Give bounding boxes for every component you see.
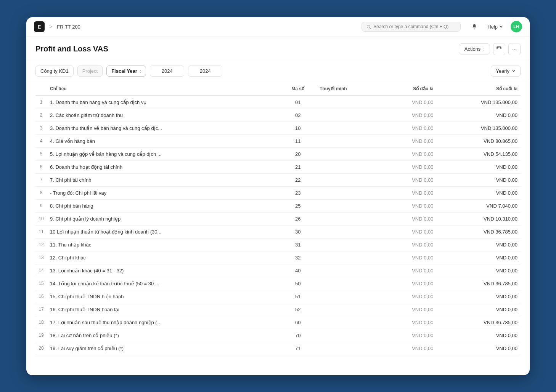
row-num: 19 — [35, 329, 47, 342]
row-ma-so: 32 — [279, 251, 317, 264]
year-start-filter[interactable]: 2024 — [150, 66, 184, 77]
col-thuyet-minh: Thuyết minh — [317, 82, 382, 96]
table-row: 13 12. Chi phí khác 32 VND 0,00 VND 0,00 — [35, 251, 521, 264]
table-row: 10 9. Chi phí quản lý doanh nghiệp 26 VN… — [35, 212, 521, 225]
row-so-dau-ki: VND 0,00 — [382, 96, 436, 109]
breadcrumb-sep: > — [49, 24, 52, 30]
row-so-cuoi-ki: VND 135.000,00 — [437, 96, 521, 109]
topbar: E > FR TT 200 Help LH — [26, 17, 530, 37]
row-chi-tieu: 8. Chi phí bán hàng — [47, 199, 279, 212]
search-input[interactable] — [373, 24, 456, 29]
row-so-cuoi-ki: VND 0,00 — [437, 173, 521, 186]
table-row: 1 1. Doanh thu bán hàng và cung cấp dịch… — [35, 96, 521, 109]
row-chi-tieu: 13. Lợi nhuận khác (40 = 31 - 32) — [47, 264, 279, 277]
row-so-dau-ki: VND 0,00 — [382, 134, 436, 147]
company-filter[interactable]: Công ty KD1 — [35, 66, 74, 77]
row-thuyet-minh — [317, 251, 382, 264]
row-so-cuoi-ki: VND 36.785,00 — [437, 277, 521, 290]
table-row: 14 13. Lợi nhuận khác (40 = 31 - 32) 40 … — [35, 264, 521, 277]
table-row: 11 10 Lợi nhuận thuần từ hoạt động kinh … — [35, 225, 521, 238]
table-row: 6 6. Doanh thu hoạt động tài chính 21 VN… — [35, 160, 521, 173]
col-so-dau-ki: Số đầu kì — [382, 82, 436, 96]
row-num: 7 — [35, 173, 47, 186]
row-chi-tieu: 18. Lãi cơ bản trên cổ phiếu (*) — [47, 329, 279, 342]
svg-line-1 — [370, 27, 371, 29]
row-thuyet-minh — [317, 173, 382, 186]
row-ma-so: 11 — [279, 134, 317, 147]
row-so-dau-ki: VND 0,00 — [382, 277, 436, 290]
table-row: 20 19. Lãi suy giảm trên cổ phiếu (*) 71… — [35, 342, 521, 355]
row-thuyet-minh — [317, 342, 382, 355]
row-so-cuoi-ki: VND 0,00 — [437, 238, 521, 251]
row-chi-tieu: 1. Doanh thu bán hàng và cung cấp dịch v… — [47, 96, 279, 109]
data-table-container: Chỉ tiêu Mã số Thuyết minh Số đầu kì Số … — [26, 82, 530, 375]
col-chi-tieu: Chỉ tiêu — [47, 82, 279, 96]
year-end-filter[interactable]: 2024 — [188, 66, 222, 77]
table-row: 12 11. Thu nhập khác 31 VND 0,00 VND 0,0… — [35, 238, 521, 251]
row-so-cuoi-ki: VND 0,00 — [437, 264, 521, 277]
row-ma-so: 22 — [279, 173, 317, 186]
row-so-dau-ki: VND 0,00 — [382, 290, 436, 303]
more-options-button[interactable] — [508, 43, 521, 55]
help-button[interactable]: Help — [484, 22, 506, 31]
col-ma-so: Mã số — [279, 82, 317, 96]
table-row: 9 8. Chi phí bán hàng 25 VND 0,00 VND 7.… — [35, 199, 521, 212]
row-ma-so: 40 — [279, 264, 317, 277]
row-thuyet-minh — [317, 303, 382, 316]
row-so-dau-ki: VND 0,00 — [382, 329, 436, 342]
row-so-cuoi-ki: VND 0,00 — [437, 303, 521, 316]
row-so-dau-ki: VND 0,00 — [382, 173, 436, 186]
table-row: 5 5. Lợi nhuận gộp về bán hàng và cung c… — [35, 147, 521, 160]
row-num: 14 — [35, 264, 47, 277]
table-row: 7 7. Chi phí tài chính 22 VND 0,00 VND 0… — [35, 173, 521, 186]
row-num: 18 — [35, 316, 47, 329]
topbar-right: Help LH — [469, 21, 522, 32]
row-chi-tieu: 3. Doanh thu thuần về bán hàng và cung c… — [47, 122, 279, 134]
row-so-dau-ki: VND 0,00 — [382, 251, 436, 264]
row-ma-so: 02 — [279, 109, 317, 122]
row-so-dau-ki: VND 0,00 — [382, 225, 436, 238]
search-bar[interactable] — [362, 22, 461, 32]
fiscal-year-filter[interactable]: Fiscal Year : — [106, 66, 146, 77]
row-ma-so: 20 — [279, 147, 317, 160]
row-thuyet-minh — [317, 122, 382, 134]
row-chi-tieu: 10 Lợi nhuận thuần từ hoạt động kinh doa… — [47, 225, 279, 238]
row-thuyet-minh — [317, 109, 382, 122]
row-thuyet-minh — [317, 212, 382, 225]
page-header: Profit and Loss VAS Actions : — [26, 37, 530, 60]
project-filter[interactable]: Project — [77, 66, 103, 77]
row-so-dau-ki: VND 0,00 — [382, 238, 436, 251]
refresh-button[interactable] — [493, 43, 505, 55]
row-ma-so: 71 — [279, 342, 317, 355]
row-so-cuoi-ki: VND 54.135,00 — [437, 147, 521, 160]
row-so-cuoi-ki: VND 0,00 — [437, 342, 521, 355]
refresh-icon — [497, 46, 502, 52]
chevron-down-icon — [499, 25, 503, 29]
row-thuyet-minh — [317, 186, 382, 199]
row-so-dau-ki: VND 0,00 — [382, 147, 436, 160]
row-thuyet-minh — [317, 160, 382, 173]
row-chi-tieu: 2. Các khoản giảm trừ doanh thu — [47, 109, 279, 122]
row-ma-so: 10 — [279, 122, 317, 134]
period-filter[interactable]: Yearly — [491, 66, 521, 77]
row-chi-tieu: 15. Chi phí thuế TNDN hiện hành — [47, 290, 279, 303]
row-num: 5 — [35, 147, 47, 160]
row-ma-so: 26 — [279, 212, 317, 225]
row-chi-tieu: 9. Chi phí quản lý doanh nghiệp — [47, 212, 279, 225]
row-num: 3 — [35, 122, 47, 134]
avatar[interactable]: LH — [511, 21, 522, 32]
row-so-dau-ki: VND 0,00 — [382, 199, 436, 212]
notification-bell[interactable] — [469, 21, 480, 32]
row-chi-tieu: 6. Doanh thu hoạt động tài chính — [47, 160, 279, 173]
main-window: E > FR TT 200 Help LH — [26, 17, 530, 375]
row-chi-tieu: 19. Lãi suy giảm trên cổ phiếu (*) — [47, 342, 279, 355]
row-ma-so: 25 — [279, 199, 317, 212]
data-table: Chỉ tiêu Mã số Thuyết minh Số đầu kì Số … — [35, 82, 521, 355]
row-num: 12 — [35, 238, 47, 251]
row-so-cuoi-ki: VND 0,00 — [437, 186, 521, 199]
row-ma-so: 52 — [279, 303, 317, 316]
actions-button[interactable]: Actions : — [459, 43, 490, 54]
page-title: Profit and Loss VAS — [35, 45, 108, 53]
svg-point-2 — [513, 49, 513, 50]
row-so-cuoi-ki: VND 0,00 — [437, 160, 521, 173]
